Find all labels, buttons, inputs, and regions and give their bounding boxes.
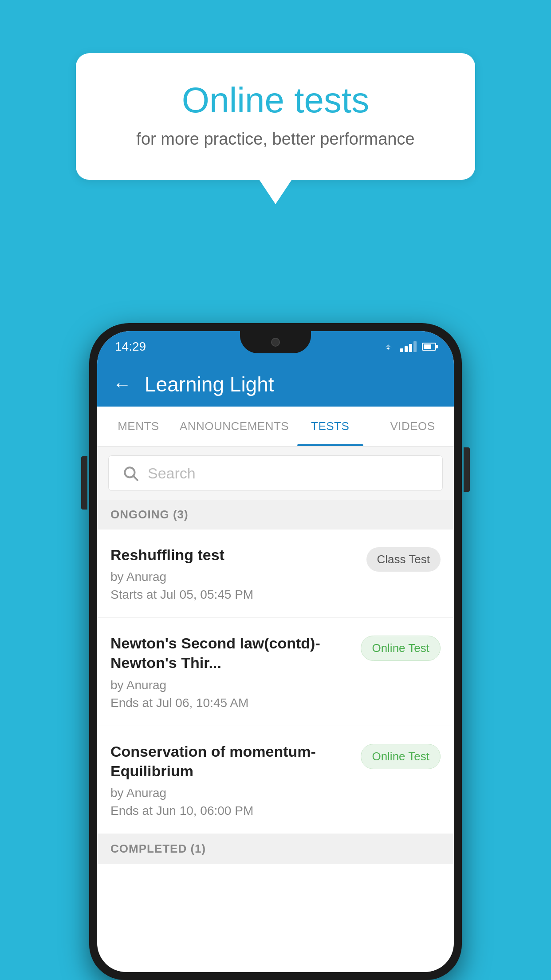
tab-announcements[interactable]: ANNOUNCEMENTS bbox=[180, 407, 289, 446]
speech-bubble: Online tests for more practice, better p… bbox=[76, 53, 475, 180]
status-icons bbox=[382, 341, 436, 352]
test-item[interactable]: Reshuffling test by Anurag Starts at Jul… bbox=[97, 530, 454, 618]
test-author: by Anurag bbox=[110, 570, 358, 584]
search-placeholder: Search bbox=[148, 465, 196, 482]
test-name: Conservation of momentum-Equilibrium bbox=[110, 742, 352, 781]
status-bar: 14:29 bbox=[97, 331, 454, 362]
signal-icon bbox=[400, 341, 417, 352]
search-icon bbox=[122, 465, 139, 482]
tab-tests[interactable]: TESTS bbox=[289, 407, 371, 446]
back-button[interactable]: ← bbox=[113, 374, 131, 395]
tab-bar: MENTS ANNOUNCEMENTS TESTS VIDEOS bbox=[97, 407, 454, 447]
test-name: Reshuffling test bbox=[110, 545, 358, 565]
test-badge-class: Class Test bbox=[366, 547, 441, 572]
notch bbox=[240, 331, 311, 353]
test-author: by Anurag bbox=[110, 786, 352, 800]
completed-title: COMPLETED (1) bbox=[110, 842, 206, 855]
test-author: by Anurag bbox=[110, 678, 352, 692]
phone-screen: 14:29 bbox=[97, 331, 454, 972]
speech-bubble-container: Online tests for more practice, better p… bbox=[76, 53, 475, 180]
bubble-title: Online tests bbox=[111, 80, 440, 121]
ongoing-section-header: ONGOING (3) bbox=[97, 500, 454, 530]
camera bbox=[271, 338, 280, 347]
completed-section-header: COMPLETED (1) bbox=[97, 834, 454, 864]
test-date: Ends at Jul 06, 10:45 AM bbox=[110, 696, 352, 710]
test-badge-online: Online Test bbox=[361, 636, 441, 661]
search-container: Search bbox=[97, 447, 454, 500]
test-info: Reshuffling test by Anurag Starts at Jul… bbox=[110, 545, 358, 602]
test-date: Starts at Jul 05, 05:45 PM bbox=[110, 588, 358, 602]
test-badge-online-2: Online Test bbox=[361, 744, 441, 769]
battery-icon bbox=[422, 343, 436, 351]
test-name: Newton's Second law(contd)-Newton's Thir… bbox=[110, 633, 352, 672]
test-item[interactable]: Conservation of momentum-Equilibrium by … bbox=[97, 726, 454, 834]
ongoing-title: ONGOING (3) bbox=[110, 508, 189, 521]
test-item[interactable]: Newton's Second law(contd)-Newton's Thir… bbox=[97, 618, 454, 726]
tab-videos[interactable]: VIDEOS bbox=[371, 407, 454, 446]
search-bar[interactable]: Search bbox=[108, 455, 443, 491]
phone-outer: 14:29 bbox=[89, 323, 462, 980]
tab-ments[interactable]: MENTS bbox=[97, 407, 180, 446]
status-time: 14:29 bbox=[115, 340, 146, 354]
phone-mockup: 14:29 bbox=[89, 323, 462, 980]
test-info: Conservation of momentum-Equilibrium by … bbox=[110, 742, 352, 818]
wifi-icon bbox=[382, 342, 395, 352]
bubble-subtitle: for more practice, better performance bbox=[111, 130, 440, 149]
app-header: ← Learning Light bbox=[97, 362, 454, 407]
svg-line-1 bbox=[134, 476, 138, 480]
test-info: Newton's Second law(contd)-Newton's Thir… bbox=[110, 633, 352, 710]
test-list: Reshuffling test by Anurag Starts at Jul… bbox=[97, 530, 454, 834]
app-title: Learning Light bbox=[145, 372, 274, 396]
test-date: Ends at Jun 10, 06:00 PM bbox=[110, 804, 352, 818]
